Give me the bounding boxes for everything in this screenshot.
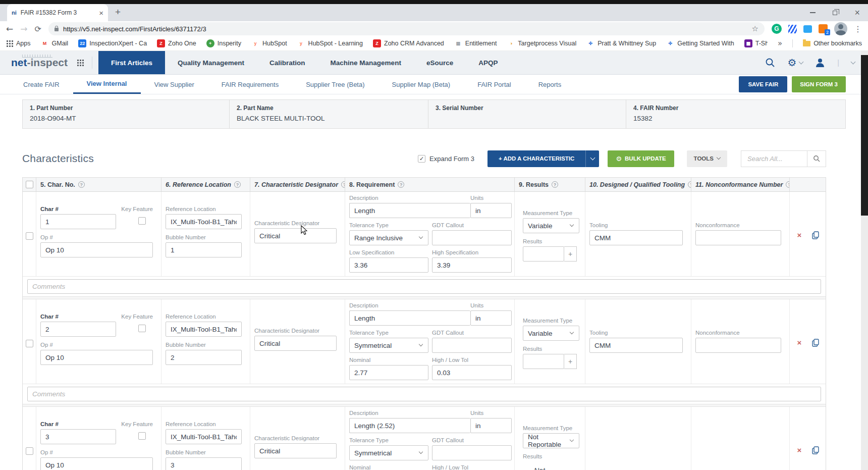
minimize-button[interactable]	[810, 12, 816, 13]
units-input[interactable]	[470, 203, 512, 218]
measurement-type-select[interactable]: Not Reportable	[523, 433, 579, 448]
key-feature-checkbox[interactable]	[138, 325, 146, 332]
char-number-input[interactable]	[40, 214, 116, 229]
bookmark-item[interactable]: ZZoho CRM Advanced	[373, 39, 444, 47]
browser-menu-icon[interactable]	[854, 24, 862, 34]
characteristic-designator-input[interactable]	[254, 443, 337, 458]
nav-item-machine-management[interactable]: Machine Management	[318, 51, 414, 74]
new-tab-button[interactable]	[115, 7, 121, 17]
nav-item-first-articles[interactable]: First Articles	[98, 51, 165, 74]
op-number-input[interactable]	[40, 350, 153, 365]
reference-location-input[interactable]	[166, 429, 242, 444]
bookmarks-overflow-chevron[interactable]	[778, 39, 782, 48]
help-icon[interactable]	[398, 181, 404, 188]
characteristic-designator-input[interactable]	[254, 336, 337, 351]
gdt-callout-input[interactable]	[432, 230, 512, 245]
profile-avatar[interactable]	[834, 22, 847, 35]
app-logo[interactable]: net-inspect	[0, 51, 68, 74]
units-input[interactable]	[470, 418, 512, 433]
chat-extension-icon[interactable]	[803, 25, 812, 33]
window-close-button[interactable]	[854, 8, 860, 17]
reference-location-input[interactable]	[166, 214, 242, 229]
stripes-extension-icon[interactable]	[788, 25, 797, 33]
bubble-number-input[interactable]	[166, 242, 242, 257]
bookmark-item[interactable]: yHubSpot - Learning	[297, 39, 363, 47]
add-characteristic-button[interactable]: + ADD A CHARACTERISTIC	[487, 150, 585, 167]
copy-row-icon[interactable]	[812, 446, 819, 456]
subnav-item-view-supplier[interactable]: View Supplier	[141, 75, 208, 94]
units-input[interactable]	[470, 310, 512, 326]
back-icon[interactable]	[6, 24, 13, 34]
delete-row-icon[interactable]	[797, 446, 802, 454]
bookmark-item[interactable]: 22InspectionXpert - Ca	[78, 39, 147, 47]
char-number-input[interactable]	[40, 429, 116, 444]
row-select-checkbox[interactable]	[26, 447, 33, 455]
bookmark-item[interactable]: MGMail	[41, 39, 69, 47]
copy-row-icon[interactable]	[812, 339, 819, 349]
user-menu-button[interactable]	[815, 58, 825, 68]
module-grid-icon[interactable]	[77, 59, 84, 66]
other-bookmarks-button[interactable]: Other bookmarks	[803, 40, 862, 47]
nav-item-quality-management[interactable]: Quality Management	[165, 51, 257, 74]
search-all-button[interactable]	[807, 150, 826, 167]
bookmark-item[interactable]: ▤Entitlement	[454, 39, 497, 47]
url-text[interactable]: https://v5.net-inspect.com/FirstArticles…	[63, 25, 747, 33]
save-fair-button[interactable]: SAVE FAIR	[739, 76, 787, 92]
results-input[interactable]	[523, 246, 564, 262]
tolerance-type-select[interactable]: Range Inclusive	[349, 230, 428, 245]
nav-item-apqp[interactable]: APQP	[466, 51, 510, 74]
comments-input[interactable]	[27, 279, 821, 294]
bulk-update-button[interactable]: BULK UPDATE	[608, 150, 674, 167]
tooling-input[interactable]	[589, 338, 683, 353]
tolerance-type-select[interactable]: Symmetrical	[349, 445, 428, 460]
op-number-input[interactable]	[40, 242, 153, 257]
address-bar[interactable]: https://v5.net-inspect.com/FirstArticles…	[48, 22, 765, 35]
restore-button[interactable]	[833, 11, 837, 15]
reload-icon[interactable]	[35, 24, 41, 34]
copy-row-icon[interactable]	[812, 231, 819, 241]
bookmark-item[interactable]: ZZoho One	[157, 39, 196, 47]
tools-button[interactable]: TOOLS	[687, 150, 727, 167]
help-icon[interactable]	[234, 181, 241, 188]
help-icon[interactable]	[341, 181, 345, 188]
results-input[interactable]	[523, 354, 564, 369]
low-spec-input[interactable]	[349, 365, 428, 380]
subnav-item-reports[interactable]: Reports	[525, 75, 575, 94]
nav-item-esource[interactable]: eSource	[414, 51, 466, 74]
row-select-checkbox[interactable]	[26, 340, 33, 347]
description-input[interactable]	[349, 310, 470, 326]
browser-tab[interactable]: ni FAIR #15382 Form 3	[7, 4, 108, 21]
expand-form3-toggle[interactable]: ✓ Expand Form 3	[418, 155, 474, 163]
orange-extension-icon[interactable]: 2	[819, 24, 828, 33]
tolerance-type-select[interactable]: Symmetrical	[349, 338, 428, 353]
gdt-callout-input[interactable]	[432, 445, 512, 460]
app-search-icon[interactable]	[765, 58, 775, 68]
bookmark-item[interactable]: ✣Getting Started With	[666, 39, 734, 47]
add-characteristic-caret-button[interactable]	[585, 150, 599, 167]
subnav-item-supplier-tree-beta-[interactable]: Supplier Tree (Beta)	[292, 75, 378, 94]
nonconformance-input[interactable]	[695, 338, 781, 353]
subnav-item-supplier-map-beta-[interactable]: Supplier Map (Beta)	[378, 75, 464, 94]
measurement-type-select[interactable]: Variable	[523, 218, 579, 233]
bookmark-item[interactable]: +Insperity	[206, 39, 241, 47]
page-scrollbar[interactable]	[861, 51, 868, 470]
bookmark-item[interactable]: yHubSpot	[251, 39, 287, 47]
description-input[interactable]	[349, 203, 470, 218]
settings-gear-button[interactable]	[787, 58, 803, 68]
op-number-input[interactable]	[40, 457, 153, 470]
help-icon[interactable]	[552, 181, 558, 188]
bubble-number-input[interactable]	[166, 350, 242, 365]
add-result-button[interactable]	[564, 354, 577, 369]
help-icon[interactable]	[78, 181, 85, 188]
high-spec-input[interactable]	[432, 365, 512, 380]
row-select-checkbox[interactable]	[26, 232, 33, 240]
subnav-item-create-fair[interactable]: Create FAIR	[10, 75, 73, 94]
scrollbar-thumb[interactable]	[861, 55, 868, 216]
bookmark-item[interactable]: ◑Targetprocess Visual	[507, 39, 576, 47]
key-feature-checkbox[interactable]	[138, 432, 146, 440]
delete-row-icon[interactable]	[797, 339, 802, 346]
bookmark-item[interactable]: ✣Pratt & Whittney Sup	[586, 39, 656, 47]
subnav-item-view-internal[interactable]: View Internal	[73, 75, 141, 94]
high-spec-input[interactable]	[432, 257, 512, 273]
subnav-item-fair-requirements[interactable]: FAIR Requirements	[208, 75, 292, 94]
